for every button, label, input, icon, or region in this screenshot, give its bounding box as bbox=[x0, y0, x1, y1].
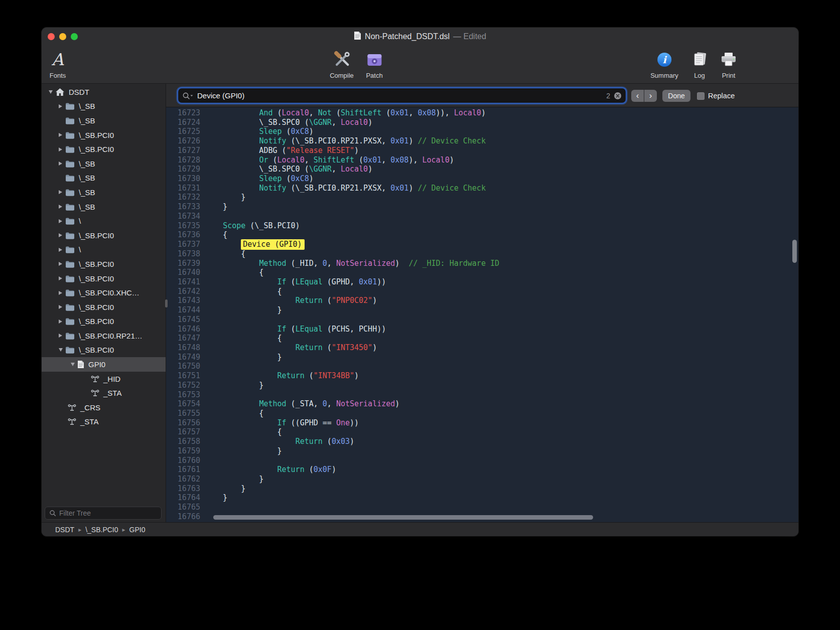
tree-item-label: \_SB.PCI0 bbox=[79, 303, 114, 311]
disclosure-triangle-icon[interactable] bbox=[56, 334, 65, 338]
tree-item-sb[interactable]: \_SB bbox=[42, 156, 166, 171]
code-text: Device (GPI0) bbox=[200, 240, 305, 249]
disclosure-triangle-icon[interactable] bbox=[56, 190, 65, 194]
tree-item-sb-pci0[interactable]: \_SB.PCI0 bbox=[42, 257, 166, 271]
tree-item-sb-pci0[interactable]: \_SB.PCI0 bbox=[42, 271, 166, 286]
find-field[interactable]: 2 bbox=[178, 88, 626, 103]
code-text: Method (_HID, 0, NotSerialized) // _HID:… bbox=[200, 259, 499, 268]
filter-tree-input[interactable] bbox=[59, 509, 157, 517]
clear-search-icon[interactable] bbox=[614, 92, 622, 100]
code-line: 16765 bbox=[166, 503, 798, 512]
tree-item-sta[interactable]: _STA bbox=[42, 415, 166, 429]
print-button[interactable]: Print bbox=[720, 48, 737, 79]
tree-item-root[interactable]: \ bbox=[42, 243, 166, 257]
tree-item-sb-pci0-rp21[interactable]: \_SB.PCI0.RP21… bbox=[42, 329, 166, 343]
code-text: { bbox=[200, 334, 282, 343]
tree-item-sb[interactable]: \_SB bbox=[42, 99, 166, 114]
code-text bbox=[200, 315, 205, 325]
line-number: 16761 bbox=[166, 465, 200, 475]
code-line: 16754 Method (_STA, 0, NotSerialized) bbox=[166, 399, 798, 409]
breadcrumb-item[interactable]: \_SB.PCI0 bbox=[85, 526, 118, 534]
tree-item-sb-pci0-xhc[interactable]: \_SB.PCI0.XHC… bbox=[42, 285, 166, 300]
disclosure-triangle-icon[interactable] bbox=[56, 276, 65, 280]
disclosure-triangle-icon[interactable] bbox=[68, 363, 77, 366]
tree-item-sta[interactable]: _STA bbox=[42, 386, 166, 400]
code-text: { bbox=[200, 268, 263, 277]
code-line: 16764 } bbox=[166, 493, 798, 503]
code-text bbox=[200, 362, 205, 371]
titlebar[interactable]: Non-Patched_DSDT.dsl — Edited bbox=[42, 28, 798, 46]
minimize-button[interactable] bbox=[59, 33, 66, 40]
line-number: 16738 bbox=[166, 249, 200, 259]
code-text: { bbox=[200, 230, 227, 240]
splitter-handle[interactable] bbox=[165, 299, 168, 307]
summary-button[interactable]: i Summary bbox=[650, 48, 678, 79]
disclosure-triangle-icon[interactable] bbox=[56, 205, 65, 209]
compile-button[interactable]: Compile bbox=[330, 48, 354, 79]
disclosure-triangle-icon[interactable] bbox=[56, 291, 65, 295]
patch-button[interactable]: Patch bbox=[366, 48, 382, 79]
close-button[interactable] bbox=[48, 33, 55, 40]
tree-item-sb-pci0[interactable]: \_SB.PCI0 bbox=[42, 128, 166, 142]
line-number: 16741 bbox=[166, 277, 200, 287]
tree-item-sb[interactable]: \_SB bbox=[42, 185, 166, 200]
line-number: 16754 bbox=[166, 399, 200, 409]
fonts-button[interactable]: A Fonts bbox=[50, 48, 66, 79]
code-line: 16730 Sleep (0xC8) bbox=[166, 174, 798, 184]
code-line: 16742 { bbox=[166, 287, 798, 296]
line-number: 16766 bbox=[166, 512, 200, 522]
tree-item-gpi0[interactable]: GPI0 bbox=[42, 357, 166, 372]
code-text: Return ("PNP0C02") bbox=[200, 296, 377, 305]
code-line: 16738 { bbox=[166, 249, 798, 259]
horizontal-scrollbar[interactable] bbox=[213, 515, 593, 520]
replace-checkbox[interactable] bbox=[697, 92, 705, 100]
tree-item-sb-pci0[interactable]: \_SB.PCI0 bbox=[42, 300, 166, 314]
line-number: 16736 bbox=[166, 230, 200, 240]
filter-tree-field[interactable] bbox=[45, 507, 162, 520]
log-button[interactable]: Log bbox=[691, 48, 708, 79]
tree-item-root[interactable]: \ bbox=[42, 214, 166, 228]
disclosure-triangle-icon[interactable] bbox=[56, 248, 65, 252]
zoom-button[interactable] bbox=[71, 33, 78, 40]
breadcrumb-item[interactable]: DSDT bbox=[55, 526, 74, 534]
disclosure-triangle-icon[interactable] bbox=[56, 133, 65, 137]
code-editor[interactable]: 16723 And (Local0, Not (ShiftLeft (0x01,… bbox=[166, 107, 798, 522]
disclosure-triangle-icon[interactable] bbox=[56, 162, 65, 166]
tree-item-crs[interactable]: _CRS bbox=[42, 400, 166, 415]
line-number: 16732 bbox=[166, 193, 200, 202]
disclosure-triangle-icon[interactable] bbox=[46, 90, 55, 94]
breadcrumb-item[interactable]: GPI0 bbox=[129, 526, 146, 534]
tree-item-sb[interactable]: \_SB bbox=[42, 113, 166, 128]
tree-item-label: \_SB bbox=[79, 102, 95, 110]
find-input[interactable] bbox=[197, 91, 603, 100]
disclosure-triangle-icon[interactable] bbox=[56, 320, 65, 324]
disclosure-triangle-icon[interactable] bbox=[56, 262, 65, 266]
code-text: } bbox=[200, 446, 282, 456]
done-button[interactable]: Done bbox=[662, 90, 690, 102]
tree-item-sb-pci0[interactable]: \_SB.PCI0 bbox=[42, 343, 166, 358]
tree-item-dsdt[interactable]: DSDT bbox=[42, 85, 166, 99]
tree-item-sb-pci0[interactable]: \_SB.PCI0 bbox=[42, 228, 166, 243]
find-next-button[interactable]: › bbox=[644, 90, 657, 102]
line-number: 16749 bbox=[166, 353, 200, 362]
disclosure-triangle-icon[interactable] bbox=[56, 147, 65, 151]
tree-item-label: _STA bbox=[103, 389, 121, 397]
search-menu-icon[interactable] bbox=[182, 92, 194, 100]
line-number: 16723 bbox=[166, 108, 200, 118]
disclosure-triangle-icon[interactable] bbox=[56, 233, 65, 237]
disclosure-triangle-icon[interactable] bbox=[56, 348, 65, 352]
disclosure-triangle-icon[interactable] bbox=[56, 104, 65, 108]
vertical-scrollbar[interactable] bbox=[792, 240, 797, 263]
disclosure-triangle-icon[interactable] bbox=[56, 219, 65, 223]
code-text: Notify (\_SB.PCI0.RP21.PXSX, 0x01) // De… bbox=[200, 136, 486, 146]
code-text: Scope (\_SB.PCI0) bbox=[200, 221, 300, 231]
line-number: 16758 bbox=[166, 437, 200, 446]
tree-item-hid[interactable]: _HID bbox=[42, 372, 166, 386]
disclosure-triangle-icon[interactable] bbox=[56, 305, 65, 309]
tree-item-sb[interactable]: \_SB bbox=[42, 171, 166, 186]
find-previous-button[interactable]: ‹ bbox=[631, 90, 644, 102]
tree-item-sb-pci0[interactable]: \_SB.PCI0 bbox=[42, 142, 166, 156]
tree-item-label: \_SB.PCI0 bbox=[79, 317, 114, 326]
tree-item-sb-pci0[interactable]: \_SB.PCI0 bbox=[42, 314, 166, 329]
tree-item-sb[interactable]: \_SB bbox=[42, 200, 166, 214]
